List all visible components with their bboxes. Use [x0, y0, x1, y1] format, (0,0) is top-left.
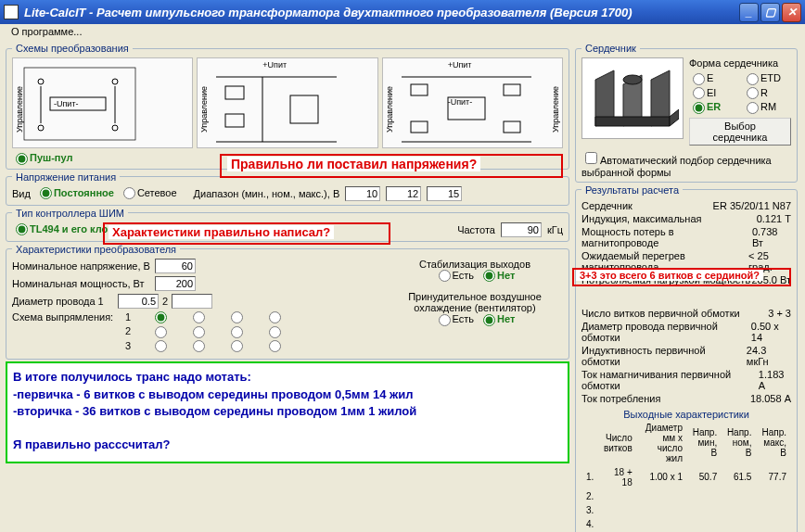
stab-no[interactable]: Нет — [479, 270, 515, 283]
svg-point-3 — [38, 79, 44, 84]
rect-1d[interactable] — [265, 311, 283, 324]
wire2-label: 2 — [162, 296, 168, 307]
supply-kind-label: Вид — [12, 188, 31, 199]
wire2-input[interactable] — [172, 294, 212, 309]
green-note: В итоге получилось транс надо мотать: -п… — [6, 361, 569, 463]
results-group: Результаты расчета СердечникER 35/20/11 … — [575, 184, 798, 532]
results-legend: Результаты расчета — [581, 184, 683, 196]
result-label: Ток намагничивания первичной обмотки — [581, 369, 759, 391]
stab-yes[interactable]: Есть — [435, 270, 474, 283]
rect-2b[interactable] — [189, 325, 207, 338]
svg-point-21 — [623, 75, 642, 84]
cool-yes[interactable]: Есть — [435, 313, 474, 326]
scheme-3[interactable]: Управление Управление +Uпит -Uпит- — [382, 57, 563, 148]
auto-core-check[interactable]: Автоматический подбор сердечника выбранн… — [581, 155, 772, 178]
rect-1a[interactable] — [151, 311, 169, 324]
supply-nom[interactable] — [386, 186, 421, 201]
note-q2: Характеистики правильно написал? — [109, 225, 334, 239]
svg-rect-17 — [411, 121, 428, 133]
rect-1c[interactable] — [227, 311, 245, 324]
wire-label: Диаметр провода 1 — [12, 296, 114, 307]
cool-label: Принудительное воздушное охлаждение (вен… — [387, 291, 563, 313]
supply-legend: Напряжение питания — [12, 171, 120, 183]
close-button[interactable]: ✕ — [782, 3, 801, 22]
rect-2d[interactable] — [265, 325, 283, 338]
supply-max[interactable] — [427, 186, 462, 201]
result-value: 3 + 3 — [768, 308, 791, 319]
rect-2c[interactable] — [227, 325, 245, 338]
core-group: Сердечник Форма сердечника E — [575, 43, 798, 183]
scheme-2[interactable]: Управление +Uпит — [197, 57, 377, 148]
rect-3c[interactable] — [227, 340, 245, 353]
vnom-label: Номинальное напряжение, В — [12, 260, 151, 272]
supply-ac-radio[interactable]: Сетевое — [120, 187, 177, 200]
result-value: 0.50 x 14 — [751, 321, 791, 343]
choose-core-button[interactable]: Выбор сердечника — [689, 118, 791, 146]
svg-rect-18 — [504, 84, 520, 95]
svg-rect-20 — [448, 97, 485, 120]
freq-input[interactable] — [501, 222, 542, 237]
minimize-button[interactable]: _ — [739, 3, 759, 22]
supply-min[interactable] — [345, 186, 380, 201]
result-value: ER 35/20/11 N87 — [713, 200, 791, 211]
rect-3b[interactable] — [189, 340, 207, 353]
rect-3a[interactable] — [151, 340, 169, 353]
result-label: Индуктивность первичной обмотки — [581, 345, 747, 367]
note-q3: 3+3 это всего 6 витков с сердиной? — [576, 270, 763, 281]
pushpull-radio[interactable]: Пуш-пул — [12, 152, 72, 163]
result-value: 0.738 Вт — [752, 226, 791, 248]
freq-unit: кГц — [547, 224, 563, 235]
shape-EI[interactable]: EI — [689, 87, 737, 100]
shape-E[interactable]: E — [689, 72, 737, 85]
pnom-input[interactable] — [155, 276, 196, 291]
svg-rect-16 — [411, 84, 428, 95]
result-label: Сердечник — [581, 200, 632, 211]
pwm-legend: Тип контроллера ШИМ — [12, 208, 128, 219]
result-label: Число витков первичной обмотки — [581, 308, 740, 319]
titlebar: Lite-CalcIT - Расчет импульсного трансфо… — [0, 0, 805, 24]
wire1-input[interactable] — [118, 294, 159, 309]
svg-rect-12 — [290, 95, 318, 123]
result-label: Мощность потерь в магнитопроводе — [581, 226, 752, 248]
schemes-group: Схемы преобразования Управление -Uпит- У… — [6, 43, 569, 170]
result-label: Ток потребления — [581, 393, 660, 404]
window-title: Lite-CalcIT - Расчет импульсного трансфо… — [24, 6, 739, 19]
app-icon — [4, 5, 19, 19]
menubar: О программе... — [0, 24, 805, 39]
svg-point-5 — [112, 79, 118, 84]
svg-rect-7 — [50, 97, 106, 110]
menu-about[interactable]: О программе... — [6, 24, 87, 39]
shape-ER[interactable]: ER — [689, 101, 737, 114]
shape-label: Форма сердечника — [689, 57, 791, 69]
svg-rect-10 — [225, 86, 244, 99]
supply-dc-radio[interactable]: Постоянное — [36, 187, 114, 200]
converter-legend: Характеристики преобразователя — [12, 244, 180, 255]
rect-3d[interactable] — [265, 340, 283, 353]
svg-point-4 — [38, 125, 44, 131]
vnom-input[interactable] — [155, 259, 196, 273]
rect-1b[interactable] — [189, 311, 207, 324]
result-label: Индукция, максимальная — [581, 213, 701, 224]
rect-2a[interactable] — [151, 325, 169, 338]
result-label: Диаметр провода первичной обмотки — [581, 321, 751, 343]
svg-rect-11 — [225, 114, 244, 127]
maximize-button[interactable]: ▢ — [760, 3, 780, 22]
core-legend: Сердечник — [581, 43, 640, 54]
range-label: Диапазон (мин., ном., макс.), В — [194, 188, 340, 199]
shape-ETD[interactable]: ETD — [743, 72, 791, 85]
scheme-1[interactable]: Управление -Uпит- — [12, 57, 193, 148]
output-table: Число витковДиаметр мм х число жилНапр. … — [581, 420, 791, 532]
result-value: 0.121 Т — [757, 213, 791, 224]
pwm-group: Тип контроллера ШИМ TL494 и его клоны Ча… — [6, 208, 569, 242]
cool-no[interactable]: Нет — [479, 313, 515, 326]
stab-label: Стабилизация выходов — [387, 259, 563, 270]
shape-R[interactable]: R — [743, 87, 791, 100]
result-value: 18.058 А — [750, 393, 791, 404]
result-value: 1.183 А — [759, 369, 791, 391]
svg-point-6 — [112, 125, 118, 131]
note-q1: Правильно ли поставил напряжения? — [227, 157, 480, 171]
pnom-label: Номинальная мощность, Вт — [12, 278, 151, 289]
core-image — [581, 57, 684, 139]
shape-RM[interactable]: RM — [743, 101, 791, 114]
converter-group: Характеристики преобразователя Номинальн… — [6, 244, 569, 361]
